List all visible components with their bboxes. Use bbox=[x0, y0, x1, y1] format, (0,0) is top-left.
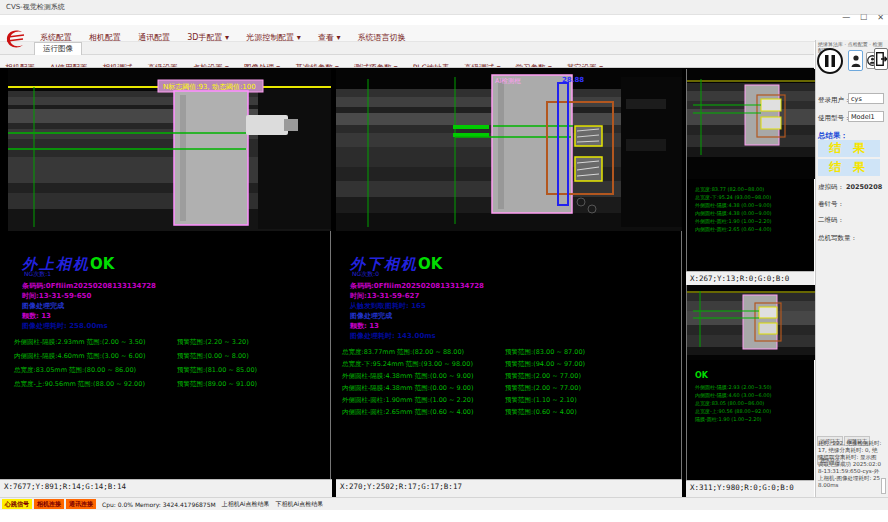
tool-test-params[interactable]: 测试项参数 ▾ bbox=[349, 61, 403, 68]
menu-view[interactable]: 查看 ▾ bbox=[312, 28, 347, 43]
log-scrollbar[interactable] bbox=[881, 478, 886, 494]
camera-view-side-top[interactable]: 总宽度:83.77 (82.00~88.00) 总宽度-下:95.24 (93.… bbox=[686, 69, 814, 271]
measurement-warn-range: 预警范围:(0.00 ~ 8.00) bbox=[177, 352, 249, 361]
barcode-line: 条码码:0FfIiim20250208133134728 bbox=[22, 281, 156, 291]
tool-advanced-settings[interactable]: 高级设置 bbox=[143, 61, 183, 68]
foil-box-1 bbox=[761, 99, 781, 111]
menu-camera-config[interactable]: 相机配置 bbox=[83, 28, 127, 43]
menu-system-config[interactable]: 系统配置 bbox=[34, 28, 78, 43]
window-controls: — ☐ ✕ bbox=[842, 10, 884, 25]
time-line: 时间:13-31-59-650 bbox=[22, 291, 91, 301]
tool-camera-debug[interactable]: 相机调试 bbox=[98, 61, 138, 68]
process-status-line: 图像处理完成 bbox=[350, 311, 392, 321]
measurement-value: 外侧圆柱-隔膜:4.38mm 范围:(0.00 ~ 9.00) bbox=[342, 372, 474, 380]
comm-connect-badge: 通讯连接 bbox=[66, 499, 96, 509]
tool-spotcheck-settings[interactable]: 点检设置 ▾ bbox=[188, 61, 234, 68]
log-text: 耗时: 222, 绝缘检测耗时: 17, 绝缘分离耗时: 0, 绝缘提取分离耗时… bbox=[818, 440, 882, 489]
tool-other-settings[interactable]: 其它设置 ▾ bbox=[562, 61, 608, 68]
count-line: 颗数: 13 bbox=[22, 311, 51, 321]
cursor-info-upper: X:7677;Y:891;R:14;G:14;B:14 bbox=[0, 479, 332, 497]
camera-view-side-bottom[interactable]: OK 外侧圆柱-隔膜:2.93 (2.00~3.50) 内侧圆柱-隔膜:4.60… bbox=[686, 285, 814, 480]
tab-run-image[interactable]: 运行图像 bbox=[34, 42, 82, 55]
process-status-line: 图像处理完成 bbox=[22, 301, 64, 311]
foil-box-2 bbox=[759, 323, 777, 334]
side-bottom-result: OK bbox=[695, 371, 708, 380]
measurement-warn-range: 预警范围:(2.00 ~ 77.00) bbox=[505, 384, 581, 393]
cursor-info-lower: X:270;Y:2502;R:17;G:17;B:17 bbox=[336, 479, 682, 497]
minimize-icon[interactable]: — bbox=[842, 13, 850, 22]
measurement-row: 外侧圆柱-圆柱:1.90mm 范围:(1.00 ~ 2.20) 预警范围:(1.… bbox=[342, 396, 687, 405]
login-user-button[interactable] bbox=[848, 50, 863, 71]
menu-3d-config[interactable]: 3D手配置 ▾ bbox=[181, 28, 235, 43]
measurement-row: 总宽度-下:95.24mm 范围:(93.00 ~ 98.00) 预警范围:(9… bbox=[342, 360, 687, 369]
heartbeat-badge: 心跳信号 bbox=[2, 499, 32, 509]
foil-box-1 bbox=[759, 307, 777, 318]
cursor-info-side-top: X:267;Y:13;R:0;G:0;B:0 bbox=[686, 271, 814, 285]
camera-image-side-bottom[interactable] bbox=[687, 285, 815, 360]
pause-icon bbox=[825, 55, 835, 67]
ng-count-note: NG次数:1 bbox=[24, 270, 51, 279]
count-line: 颗数: 13 bbox=[350, 321, 379, 331]
maximize-icon[interactable]: ☐ bbox=[860, 13, 867, 22]
tool-learning-params[interactable]: 学习参数 ▾ bbox=[511, 61, 557, 68]
grab-time-line: 从触发到取图耗时: 165 bbox=[350, 301, 426, 311]
measurement-value: 总宽度-下:95.24mm 范围:(93.00 ~ 98.00) bbox=[342, 360, 473, 368]
time-line: 时间:13-31-59-627 bbox=[350, 291, 419, 301]
camera-view-upper[interactable]: N标志阈值:93, 动态阈值:100 外上相机OK NG次数:1 条码码:0Ff… bbox=[8, 69, 331, 480]
app-window: CVS-视觉检测系统 — ☐ ✕ 系统配置 相机配置 通讯配置 3D手配置 ▾ … bbox=[0, 0, 888, 522]
measurement-row: 内侧圆柱-隔膜:4.60mm 范围:(3.00 ~ 6.00) 预警范围:(0.… bbox=[14, 352, 336, 361]
measurement-value: 内侧圆柱-隔膜:4.38mm 范围:(0.00 ~ 9.00) bbox=[342, 384, 474, 392]
blue-measure-value: 28.88 bbox=[562, 76, 584, 84]
measurement-row: 内侧圆柱-隔膜:4.38mm 范围:(0.00 ~ 9.00) 预警范围:(2.… bbox=[342, 384, 687, 393]
side-top-readings: 总宽度:83.77 (82.00~88.00) 总宽度-下:95.24 (93.… bbox=[695, 185, 772, 233]
result-ok-label: OK bbox=[90, 255, 114, 273]
cpu-memory-text: Cpu: 0.0% Memory: 3424.41796875M bbox=[102, 501, 216, 508]
user-icon bbox=[851, 54, 861, 68]
foil-box-2 bbox=[761, 117, 781, 129]
measurement-warn-range: 预警范围:(81.00 ~ 85.00) bbox=[177, 366, 257, 375]
camera-image-lower[interactable]: AI检测框 28.88 bbox=[336, 69, 682, 231]
tool-camera-config[interactable]: 相机配置 bbox=[0, 61, 40, 68]
camera-image-upper[interactable]: N标志阈值:93, 动态阈值:100 bbox=[8, 69, 331, 231]
tiny-measure-line: 隔膜-圆柱:1.90 (1.00~2.20) bbox=[695, 415, 772, 423]
threshold-overlay-text: N标志阈值:93, 动态阈值:100 bbox=[163, 83, 256, 91]
app-logo-icon bbox=[4, 27, 26, 51]
tool-baseline-params[interactable]: 基准线参数 ▾ bbox=[290, 61, 344, 68]
measurement-value: 外侧圆柱-圆柱:1.90mm 范围:(1.00 ~ 2.20) bbox=[342, 396, 474, 404]
tiny-measure-line: 总宽度-下:95.24 (93.00~98.00) bbox=[695, 193, 772, 201]
tool-image-processing[interactable]: 图像处理 ▾ bbox=[239, 61, 285, 68]
result-box-2: 结 果 bbox=[818, 159, 880, 176]
title-bar: CVS-视觉检测系统 bbox=[0, 0, 888, 15]
status-bar: 心跳信号 相机连接 通讯连接 Cpu: 0.0% Memory: 3424.41… bbox=[0, 497, 888, 510]
tab-run-image-label: 运行图像 bbox=[43, 44, 73, 53]
tool-ai-config[interactable]: AI使用配置 bbox=[45, 61, 92, 68]
tool-advanced-debug[interactable]: 高级调试 ▾ bbox=[459, 61, 505, 68]
pin-number-label: 卷针号： bbox=[818, 200, 844, 209]
camera-image-side-top[interactable] bbox=[687, 69, 815, 179]
measurement-value: 内侧圆柱-圆柱:2.65mm 范围:(0.60 ~ 4.00) bbox=[342, 408, 474, 416]
window-title: CVS-视觉检测系统 bbox=[6, 3, 65, 11]
camera-view-lower[interactable]: AI检测框 28.88 外下相机OK NG次数:0 条码码:0FfIiim202… bbox=[336, 69, 682, 480]
model-field[interactable]: Model1 bbox=[848, 111, 884, 122]
menu-comm-config[interactable]: 通讯配置 bbox=[132, 28, 176, 43]
login-user-field[interactable]: cys bbox=[848, 93, 884, 104]
roi-rect-pink bbox=[745, 85, 779, 145]
tiny-measure-line: 外侧圆柱-圆柱:1.90 (1.00~2.20) bbox=[695, 217, 772, 225]
menu-light-config[interactable]: 光源控制配置 ▾ bbox=[240, 28, 307, 43]
menu-language-switch[interactable]: 系统语言切换 bbox=[352, 28, 412, 43]
pause-button[interactable] bbox=[817, 48, 843, 74]
measurement-warn-range: 预警范围:(83.00 ~ 87.00) bbox=[505, 348, 585, 357]
tool-plc-address[interactable]: PLC地址表 bbox=[408, 61, 454, 68]
close-icon[interactable]: ✕ bbox=[877, 13, 884, 22]
tiny-measure-line: 外侧圆柱-隔膜:4.38 (0.00~9.00) bbox=[695, 201, 772, 209]
measurement-row: 总宽度:83.05mm 范围:(80.00 ~ 86.00) 预警范围:(81.… bbox=[14, 366, 336, 375]
measurement-warn-range: 预警范围:(1.10 ~ 2.10) bbox=[505, 396, 577, 405]
ng-count-note: NG次数:0 bbox=[352, 270, 379, 279]
measurement-row: 内侧圆柱-圆柱:2.65mm 范围:(0.60 ~ 4.00) 预警范围:(0.… bbox=[342, 408, 687, 417]
measurement-row: 总宽度:83.77mm 范围:(82.00 ~ 88.00) 预警范围:(83.… bbox=[342, 348, 687, 357]
main-view-area: N标志阈值:93, 动态阈值:100 外上相机OK NG次数:1 条码码:0Ff… bbox=[0, 68, 814, 497]
exit-button[interactable] bbox=[874, 48, 888, 70]
tiny-measure-line: 内侧圆柱-圆柱:2.65 (0.60~4.00) bbox=[695, 225, 772, 233]
qr-code-label: 二维码： bbox=[818, 216, 844, 225]
result-ok-label: OK bbox=[418, 255, 442, 273]
